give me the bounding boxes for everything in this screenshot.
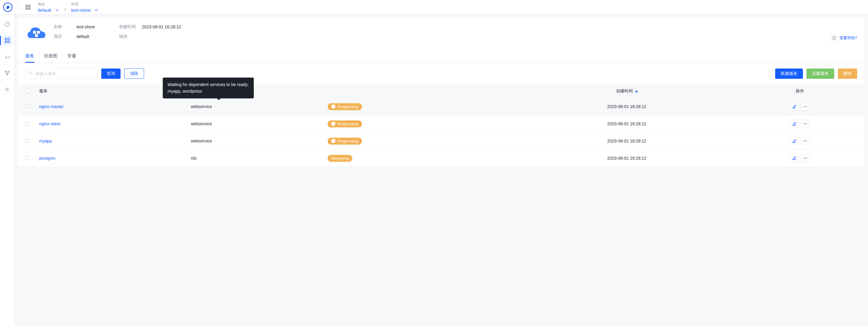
service-link[interactable]: nginx-slave — [39, 121, 61, 126]
new-service-button[interactable]: 新建服务 — [775, 69, 803, 79]
clone-service-button[interactable]: 克隆服务 — [807, 69, 834, 79]
td-checkbox — [18, 150, 34, 167]
top-bar: 项目 default / 环境 test-clone — [0, 0, 868, 15]
svg-point-13 — [6, 88, 8, 90]
logo[interactable] — [2, 2, 13, 13]
svg-rect-4 — [29, 8, 30, 9]
table-row: postgresrdsDeploying2023-08-01 16:28:12 — [18, 150, 864, 167]
status-badge: Deploying — [328, 155, 352, 162]
td-template: rds — [186, 150, 323, 167]
sidebar-item-settings[interactable] — [2, 84, 12, 94]
env-desc-row: 描述 — [119, 34, 181, 39]
breadcrumb-project: 项目 default — [38, 2, 59, 13]
clear-button[interactable]: 清除 — [124, 69, 144, 79]
delete-button[interactable]: 删除 — [838, 69, 857, 79]
services-table: 服务 模板 创建时间 操作 — [18, 84, 864, 167]
status-text: Progressing — [337, 104, 358, 109]
breadcrumb: 项目 default / 环境 test-clone — [38, 2, 98, 13]
tab-services[interactable]: 服务 — [25, 50, 34, 63]
th-status — [323, 84, 518, 98]
svg-point-27 — [806, 141, 807, 141]
td-actions — [735, 115, 864, 133]
help-text: 需要帮助? — [839, 35, 857, 41]
row-checkbox[interactable] — [25, 104, 30, 108]
apps-icon[interactable] — [23, 2, 33, 12]
td-checkbox — [18, 115, 34, 133]
status-tooltip: Waiting for dependent services to be rea… — [163, 78, 254, 99]
sort-icon — [635, 89, 638, 93]
td-actions — [735, 133, 864, 150]
sidebar-item-dashboard[interactable] — [2, 19, 12, 29]
sidebar-item-apps[interactable] — [2, 36, 12, 45]
td-created: 2023-08-01 16:28:12 — [518, 98, 736, 115]
layout: 名称 test-clone 项目 default 创建时间 2023-08-01… — [0, 15, 868, 326]
search-input[interactable] — [25, 69, 98, 79]
breadcrumb-project-label: 项目 — [38, 2, 59, 7]
tooltip-line1: Waiting for dependent services to be rea… — [167, 81, 249, 88]
env-project-row: 项目 default — [54, 34, 95, 39]
svg-point-25 — [804, 141, 805, 141]
toolbar: 查询 清除 新建服务 克隆服务 删除 — [18, 63, 864, 84]
td-service: myapp — [34, 133, 186, 150]
row-checkbox[interactable] — [25, 156, 30, 160]
status-text: Progressing — [337, 139, 358, 143]
env-project-label: 项目 — [54, 34, 70, 39]
svg-point-10 — [5, 71, 7, 73]
tab-vars[interactable]: 变量 — [67, 50, 76, 63]
td-checkbox — [18, 98, 34, 115]
env-name-value: test-clone — [76, 24, 95, 29]
breadcrumb-env-select[interactable]: test-clone — [71, 7, 98, 13]
query-button[interactable]: 查询 — [101, 69, 121, 79]
service-link[interactable]: postgres — [39, 156, 56, 161]
table-wrap: Waiting for dependent services to be rea… — [18, 84, 864, 167]
svg-point-19 — [804, 106, 805, 107]
service-link[interactable]: myapp — [39, 139, 52, 143]
select-all-checkbox[interactable] — [25, 89, 30, 93]
th-created[interactable]: 创建时间 — [518, 84, 736, 98]
row-checkbox[interactable] — [25, 121, 30, 126]
edit-button[interactable] — [790, 137, 799, 145]
th-created-label: 创建时间 — [616, 88, 633, 93]
row-actions — [740, 119, 860, 128]
td-status: !Progressing — [323, 115, 518, 133]
more-button[interactable] — [801, 137, 809, 145]
svg-point-20 — [805, 106, 806, 107]
edit-button[interactable] — [790, 119, 799, 128]
edit-button[interactable] — [790, 102, 799, 111]
svg-point-28 — [804, 158, 805, 159]
more-button[interactable] — [801, 154, 809, 162]
row-checkbox[interactable] — [25, 139, 30, 143]
breadcrumb-env-label: 环境 — [71, 2, 98, 7]
svg-rect-14 — [33, 31, 36, 33]
service-link[interactable]: nginx-master — [39, 104, 64, 109]
td-created: 2023-08-01 16:28:12 — [518, 150, 736, 167]
svg-point-12 — [6, 74, 8, 75]
td-checkbox — [18, 133, 34, 150]
svg-point-22 — [804, 124, 805, 125]
svg-rect-7 — [7, 38, 9, 40]
svg-point-24 — [806, 124, 807, 125]
env-name-row: 名称 test-clone — [54, 24, 95, 30]
table-row: nginx-masterwebservice!Progressing2023-0… — [18, 98, 864, 115]
more-button[interactable] — [801, 119, 809, 128]
td-actions — [735, 150, 864, 167]
svg-rect-3 — [26, 8, 27, 9]
td-created: 2023-08-01 16:28:12 — [518, 133, 736, 150]
breadcrumb-project-select[interactable]: default — [38, 7, 59, 13]
status-dot-icon: ! — [331, 139, 336, 143]
svg-point-29 — [805, 158, 806, 159]
help-icon — [830, 34, 838, 42]
sidebar-item-resources[interactable] — [2, 68, 12, 78]
env-meta-col-right: 创建时间 2023-08-01 16:28:12 描述 — [119, 24, 181, 42]
search-icon — [28, 71, 33, 76]
breadcrumb-env-value: test-clone — [71, 7, 91, 13]
edit-button[interactable] — [790, 154, 799, 162]
status-text: Progressing — [337, 121, 358, 126]
breadcrumb-env: 环境 test-clone — [71, 2, 98, 13]
sidebar-item-metrics[interactable] — [2, 52, 12, 61]
tab-graph[interactable]: 依赖图 — [44, 50, 58, 63]
more-button[interactable] — [801, 102, 809, 111]
help-link[interactable]: 需要帮助? — [830, 34, 857, 42]
td-status: Deploying — [323, 150, 518, 167]
td-status: !Progressing — [323, 133, 518, 150]
